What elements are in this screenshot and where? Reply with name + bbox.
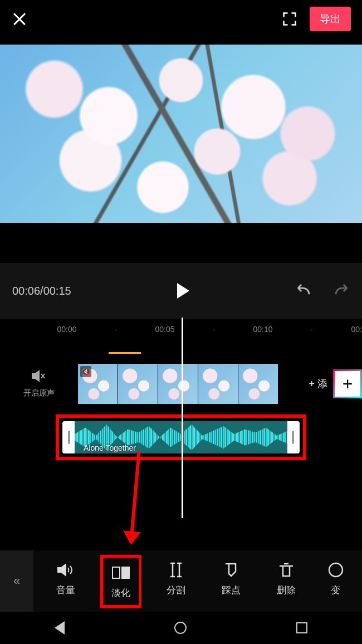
timeline-area: 开启原声 🔇 + 添 + Alone Together bbox=[0, 340, 362, 460]
fade-icon bbox=[111, 563, 130, 582]
video-track-row: 开启原声 🔇 + 添 + bbox=[0, 362, 362, 406]
tool-fade[interactable]: 淡化 bbox=[100, 555, 141, 608]
tool-volume[interactable]: 音量 bbox=[45, 555, 86, 608]
android-nav-bar bbox=[0, 612, 362, 644]
tool-split[interactable]: 分割 bbox=[155, 555, 197, 608]
tool-speed[interactable]: 变 bbox=[321, 555, 351, 608]
video-clip[interactable] bbox=[118, 364, 158, 404]
redo-button[interactable] bbox=[333, 284, 350, 297]
clip-mute-icon: 🔇 bbox=[80, 366, 91, 377]
nav-back-button[interactable] bbox=[55, 621, 65, 635]
add-label: + 添 bbox=[309, 377, 327, 391]
audio-handle-left[interactable] bbox=[68, 431, 70, 444]
nav-home-button[interactable] bbox=[174, 622, 187, 634]
play-button[interactable] bbox=[71, 283, 295, 299]
ruler-mark: 00:15 bbox=[350, 325, 362, 334]
close-button[interactable] bbox=[11, 11, 28, 27]
video-preview[interactable] bbox=[0, 45, 362, 223]
video-clip[interactable]: 🔇 bbox=[78, 364, 118, 404]
undo-button[interactable] bbox=[295, 284, 312, 297]
add-clip-button[interactable]: + bbox=[333, 369, 362, 398]
audio-track[interactable]: Alone Together bbox=[62, 421, 300, 453]
playback-controls: 00:06/00:15 bbox=[0, 263, 362, 319]
tool-beat[interactable]: 踩点 bbox=[211, 555, 252, 608]
volume-icon bbox=[56, 560, 75, 579]
time-display: 00:06/00:15 bbox=[12, 285, 71, 297]
speed-icon bbox=[326, 560, 345, 579]
svg-point-2 bbox=[329, 563, 343, 577]
video-clips[interactable]: 🔇 bbox=[78, 364, 278, 404]
split-icon bbox=[167, 560, 185, 579]
audio-track-highlight: Alone Together bbox=[56, 414, 306, 460]
ruler-mark: 00:10 bbox=[252, 325, 274, 334]
mute-label: 开启原声 bbox=[0, 388, 78, 398]
tool-items: 音量 淡化 分割 踩点 删除 bbox=[33, 555, 362, 608]
play-icon bbox=[177, 283, 189, 299]
undo-redo-group bbox=[295, 284, 350, 297]
header-actions: 导出 bbox=[282, 7, 351, 31]
annotation-arrow bbox=[130, 451, 140, 535]
add-clip-section: + 添 + bbox=[309, 369, 362, 398]
audio-waveform[interactable]: Alone Together bbox=[75, 421, 287, 453]
audio-handle-right[interactable] bbox=[292, 431, 294, 444]
video-clip[interactable] bbox=[238, 364, 278, 404]
playhead[interactable] bbox=[182, 318, 183, 518]
audio-track-name: Alone Together bbox=[84, 443, 136, 452]
mute-icon bbox=[0, 369, 78, 386]
beat-icon bbox=[222, 560, 241, 579]
ruler-mark: 00:00 bbox=[56, 325, 78, 334]
delete-icon bbox=[277, 560, 296, 579]
ruler-mark: 00:05 bbox=[154, 325, 176, 334]
fullscreen-icon[interactable] bbox=[282, 11, 297, 27]
export-button[interactable]: 导出 bbox=[310, 7, 351, 31]
header-bar: 导出 bbox=[0, 0, 362, 38]
svg-rect-0 bbox=[112, 567, 120, 578]
tool-delete[interactable]: 删除 bbox=[266, 555, 307, 608]
video-clip[interactable] bbox=[198, 364, 238, 404]
collapse-toolbar-button[interactable]: « bbox=[0, 550, 33, 612]
original-sound-toggle[interactable]: 开启原声 bbox=[0, 369, 78, 398]
bottom-toolbar: « 音量 淡化 分割 踩点 bbox=[0, 550, 362, 612]
svg-rect-1 bbox=[122, 567, 129, 578]
video-clip[interactable] bbox=[158, 364, 198, 404]
nav-recent-button[interactable] bbox=[296, 622, 307, 633]
timeline-ruler[interactable]: 00:00 · 00:05 · 00:10 · 00:15 bbox=[0, 319, 362, 340]
transition-marker[interactable] bbox=[109, 352, 141, 354]
